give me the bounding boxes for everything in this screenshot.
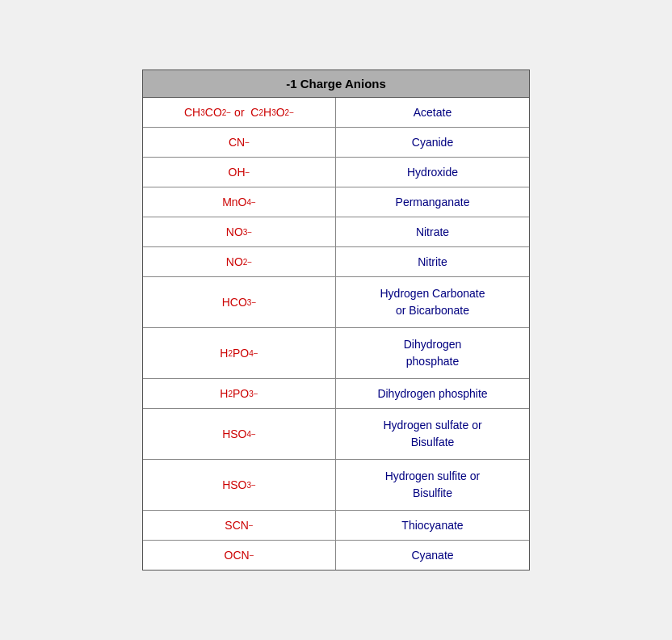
- name-cell: Dihydrogen phosphite: [336, 379, 529, 408]
- formula-cell: H2PO3−: [143, 379, 336, 408]
- table-row: HSO4− Hydrogen sulfate orBisulfate: [143, 409, 529, 460]
- formula-cell: NO2−: [143, 247, 336, 276]
- table-row: HSO3− Hydrogen sulfite orBisulfite: [143, 460, 529, 511]
- table-row: HCO3− Hydrogen Carbonateor Bicarbonate: [143, 277, 529, 328]
- table-row: CN − Cyanide: [143, 128, 529, 158]
- name-cell: Hydrogen sulfite orBisulfite: [336, 460, 529, 510]
- formula-cell: HCO3−: [143, 277, 336, 327]
- table-row: CH3CO2− or C2H3O2− Acetate: [143, 98, 529, 128]
- name-cell: Acetate: [336, 98, 529, 127]
- table-row: NO2− Nitrite: [143, 247, 529, 277]
- name-cell: Nitrite: [336, 247, 529, 276]
- name-cell: Thiocyanate: [336, 511, 529, 540]
- table-header: -1 Charge Anions: [143, 70, 529, 98]
- name-cell: Permanganate: [336, 187, 529, 217]
- formula-cell: SCN −: [143, 511, 336, 540]
- table-row: SCN − Thiocyanate: [143, 511, 529, 541]
- table-row: OCN − Cyanate: [143, 541, 529, 570]
- name-cell: Hydrogen Carbonateor Bicarbonate: [336, 277, 529, 327]
- formula-cell: MnO4−: [143, 187, 336, 217]
- formula-cell: H2PO4−: [143, 328, 336, 378]
- name-cell: Cyanate: [336, 541, 529, 570]
- table-row: H2PO3− Dihydrogen phosphite: [143, 379, 529, 409]
- name-cell: Dihydrogenphosphate: [336, 328, 529, 378]
- name-cell: Hydrogen sulfate orBisulfate: [336, 409, 529, 459]
- name-cell: Cyanide: [336, 128, 529, 157]
- name-cell: Nitrate: [336, 217, 529, 246]
- table-row: NO3− Nitrate: [143, 217, 529, 247]
- formula-cell: OH −: [143, 158, 336, 187]
- formula-cell: CN −: [143, 128, 336, 157]
- formula-cell: OCN −: [143, 541, 336, 570]
- table-row: OH − Hydroxide: [143, 158, 529, 187]
- formula-cell: NO3−: [143, 217, 336, 246]
- formula-cell: CH3CO2− or C2H3O2−: [143, 98, 336, 127]
- formula-cell: HSO3−: [143, 460, 336, 510]
- table-row: MnO4− Permanganate: [143, 187, 529, 217]
- table-row: H2PO4− Dihydrogenphosphate: [143, 328, 529, 379]
- anions-table: -1 Charge Anions CH3CO2− or C2H3O2− Acet…: [142, 69, 530, 571]
- name-cell: Hydroxide: [336, 158, 529, 187]
- formula-cell: HSO4−: [143, 409, 336, 459]
